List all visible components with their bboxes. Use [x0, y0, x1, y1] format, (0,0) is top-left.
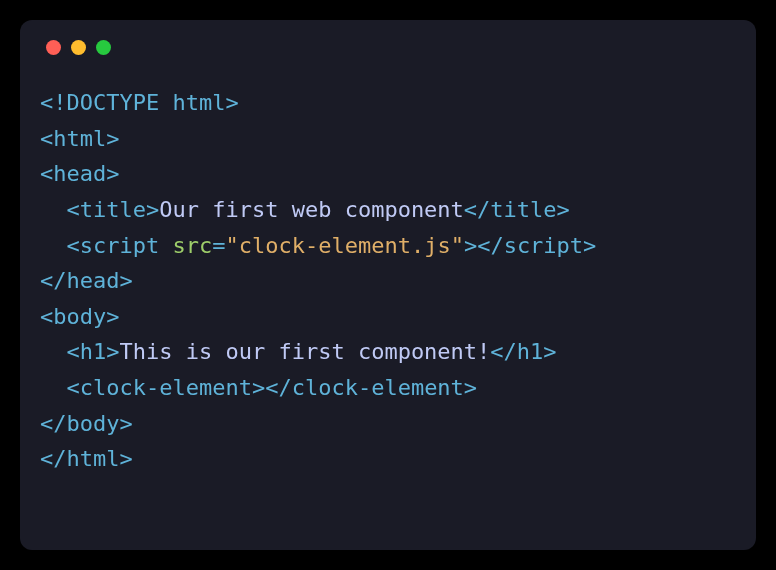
code-token: <title>: [67, 197, 160, 222]
code-token: <body>: [40, 304, 119, 329]
code-token: "clock-element.js": [225, 233, 463, 258]
close-icon[interactable]: [46, 40, 61, 55]
code-token: Our first web component: [159, 197, 464, 222]
code-token: [40, 233, 67, 258]
code-token: [40, 339, 67, 364]
code-window: <!DOCTYPE html> <html> <head> <title>Our…: [20, 20, 756, 550]
code-token: =: [212, 233, 225, 258]
code-token: </body>: [40, 411, 133, 436]
maximize-icon[interactable]: [96, 40, 111, 55]
window-controls: [40, 40, 736, 55]
code-token: <head>: [40, 161, 119, 186]
code-token: src: [172, 233, 212, 258]
code-token: </title>: [464, 197, 570, 222]
code-token: </h1>: [490, 339, 556, 364]
code-block: <!DOCTYPE html> <html> <head> <title>Our…: [40, 85, 736, 477]
code-token: <h1>: [67, 339, 120, 364]
code-token: </head>: [40, 268, 133, 293]
code-token: </clock-element>: [265, 375, 477, 400]
code-token: This is our first component!: [119, 339, 490, 364]
code-token: >: [464, 233, 477, 258]
minimize-icon[interactable]: [71, 40, 86, 55]
code-token: <script: [67, 233, 173, 258]
code-token: </html>: [40, 446, 133, 471]
code-token: [40, 197, 67, 222]
code-token: </script>: [477, 233, 596, 258]
code-token: <clock-element>: [67, 375, 266, 400]
code-token: <!DOCTYPE html>: [40, 90, 239, 115]
code-token: [40, 375, 67, 400]
code-token: <html>: [40, 126, 119, 151]
